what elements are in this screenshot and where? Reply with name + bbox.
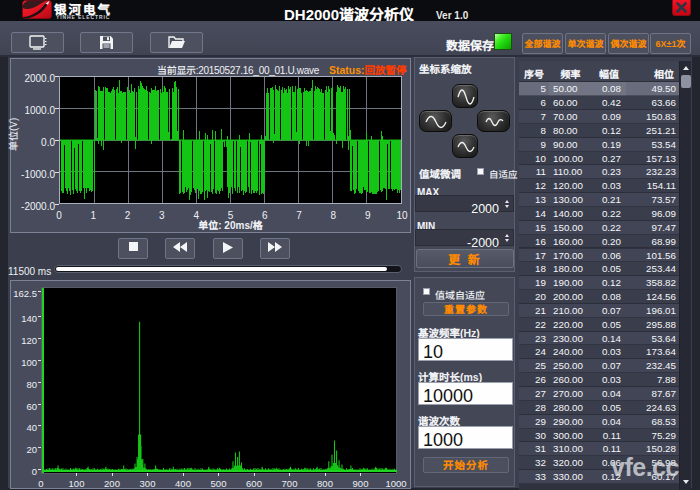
table-cell: 0.05 bbox=[582, 318, 626, 332]
table-cell: 173.64 bbox=[626, 345, 679, 359]
calc-duration-input[interactable] bbox=[418, 382, 513, 405]
start-analysis-button[interactable]: 开始分析 bbox=[423, 457, 509, 473]
table-cell: 253.44 bbox=[626, 262, 679, 276]
spectrum-x-tick-mark bbox=[360, 473, 361, 476]
table-row[interactable]: 20200.000.08124.56 bbox=[519, 290, 679, 304]
table-cell: 25 bbox=[519, 359, 549, 373]
spectrum-x-tick-mark bbox=[183, 473, 184, 476]
table-cell: 63.66 bbox=[626, 96, 679, 110]
table-row[interactable]: 550.000.0849.50 bbox=[519, 82, 679, 96]
value-adaptive-checkbox[interactable] bbox=[423, 288, 430, 295]
table-row[interactable]: 17170.000.06101.56 bbox=[519, 249, 679, 263]
yinhe-logo-icon bbox=[22, 0, 52, 19]
table-row[interactable]: 770.000.09150.83 bbox=[519, 110, 679, 124]
table-cell: 0.14 bbox=[582, 332, 626, 346]
table-cell: 0.42 bbox=[582, 96, 626, 110]
table-cell: 60.00 bbox=[549, 96, 582, 110]
table-row[interactable]: 30300.000.1175.29 bbox=[519, 429, 679, 443]
even-harmonics-button[interactable]: 偶次谐波 bbox=[608, 33, 649, 54]
zoom-x-expand-button[interactable] bbox=[419, 110, 452, 132]
play-button[interactable] bbox=[213, 238, 243, 259]
table-cell: 33 bbox=[519, 470, 549, 484]
table-row[interactable]: 29290.000.0468.53 bbox=[519, 415, 679, 429]
table-row[interactable]: 15150.000.2297.47 bbox=[519, 221, 679, 235]
table-row[interactable]: 13130.000.2173.57 bbox=[519, 193, 679, 207]
table-row[interactable]: 660.000.4263.66 bbox=[519, 96, 679, 110]
table-row[interactable]: 14140.000.2296.09 bbox=[519, 207, 679, 221]
table-cell: 0.11 bbox=[582, 429, 626, 443]
min-spinner[interactable]: -2000 bbox=[415, 229, 514, 246]
table-cell: 68.53 bbox=[626, 415, 679, 429]
zoom-y-compress-button[interactable] bbox=[452, 134, 478, 158]
table-row[interactable]: 990.000.1953.54 bbox=[519, 138, 679, 152]
table-row[interactable]: 26260.000.037.88 bbox=[519, 373, 679, 387]
table-row[interactable]: 21210.000.07196.01 bbox=[519, 304, 679, 318]
device-button[interactable] bbox=[11, 32, 64, 53]
table-cell: 0.12 bbox=[582, 276, 626, 290]
table-row[interactable]: 22220.000.05295.88 bbox=[519, 318, 679, 332]
zoom-y-expand-button[interactable] bbox=[452, 84, 478, 108]
table-cell: 0.03 bbox=[582, 373, 626, 387]
table-cell: 13 bbox=[519, 193, 549, 207]
table-cell: 10 bbox=[519, 152, 549, 166]
table-cell: 160.00 bbox=[549, 235, 582, 249]
sixk-harmonics-button[interactable]: 6X±1次 bbox=[650, 33, 691, 54]
waveform-y-tick-mark bbox=[55, 108, 59, 109]
fundamental-freq-input[interactable] bbox=[418, 338, 513, 361]
table-row[interactable]: 24240.000.03173.64 bbox=[519, 345, 679, 359]
table-row[interactable]: 16160.000.2068.99 bbox=[519, 235, 679, 249]
table-row[interactable]: 25250.000.07232.45 bbox=[519, 359, 679, 373]
spectrum-x-tick-mark bbox=[112, 473, 113, 476]
playback-slider[interactable] bbox=[54, 265, 402, 273]
update-button[interactable]: 更 新 bbox=[416, 249, 514, 268]
range-adaptive-checkbox[interactable] bbox=[477, 168, 484, 175]
spectrum-y-tick-mark bbox=[38, 316, 41, 317]
value-adaptive-label: 值域自适应 bbox=[435, 287, 485, 302]
table-row[interactable]: 11110.000.23232.23 bbox=[519, 165, 679, 179]
single-harmonic-button[interactable]: 单次谐波 bbox=[565, 33, 606, 54]
save-button[interactable] bbox=[80, 32, 133, 53]
open-file-button[interactable] bbox=[150, 32, 203, 53]
max-spinner[interactable]: 2000 bbox=[415, 195, 514, 212]
table-cell: 9 bbox=[519, 138, 549, 152]
table-cell: 26 bbox=[519, 373, 549, 387]
min-spinner-arrows[interactable] bbox=[501, 230, 511, 245]
table-cell: 18 bbox=[519, 262, 549, 276]
table-cell: 11 bbox=[519, 165, 549, 179]
zoom-panel-title: 坐标系缩放 bbox=[419, 61, 472, 76]
spectrum-y-tick: 100 bbox=[3, 355, 37, 369]
table-row[interactable]: 19190.000.12358.82 bbox=[519, 276, 679, 290]
table-cell: 7.88 bbox=[626, 373, 679, 387]
harmonic-count-input[interactable] bbox=[418, 426, 513, 449]
table-cell: 140.00 bbox=[549, 207, 582, 221]
spectrum-y-tick-mark bbox=[38, 382, 41, 383]
table-row[interactable]: 28280.000.05224.63 bbox=[519, 401, 679, 415]
close-button[interactable] bbox=[672, 0, 691, 16]
table-cell: 53.54 bbox=[626, 138, 679, 152]
table-row[interactable]: 10100.000.27157.13 bbox=[519, 152, 679, 166]
rewind-button[interactable] bbox=[165, 238, 195, 259]
table-row[interactable]: 880.000.12251.21 bbox=[519, 124, 679, 138]
table-row[interactable]: 18180.000.05253.44 bbox=[519, 262, 679, 276]
all-harmonics-button[interactable]: 全部谐波 bbox=[522, 33, 563, 54]
table-cell: 200.00 bbox=[549, 290, 582, 304]
table-header-cell: 频率 bbox=[549, 66, 582, 81]
table-cell: 50.00 bbox=[549, 82, 582, 96]
table-cell: 19 bbox=[519, 276, 549, 290]
table-row[interactable]: 27270.000.0487.67 bbox=[519, 387, 679, 401]
table-header: 序号频率幅值相位 bbox=[519, 61, 679, 82]
stop-button[interactable] bbox=[118, 238, 148, 259]
table-row[interactable]: 23230.000.1453.64 bbox=[519, 332, 679, 346]
reset-params-button[interactable]: 重置参数 bbox=[423, 302, 509, 316]
table-cell: 0.05 bbox=[582, 401, 626, 415]
zoom-x-compress-button[interactable] bbox=[477, 110, 510, 132]
waveform-plot bbox=[59, 76, 402, 204]
max-spinner-arrows[interactable] bbox=[501, 196, 511, 211]
waveform-y-tick-mark bbox=[55, 204, 59, 205]
table-row[interactable]: 12120.000.03154.11 bbox=[519, 179, 679, 193]
table-scrollbar[interactable] bbox=[679, 61, 691, 490]
table-cell: 28 bbox=[519, 401, 549, 415]
scrollbar-thumb[interactable] bbox=[681, 75, 691, 88]
fast-forward-button[interactable] bbox=[260, 238, 290, 259]
spectrum-x-tick: 500 bbox=[202, 476, 236, 490]
